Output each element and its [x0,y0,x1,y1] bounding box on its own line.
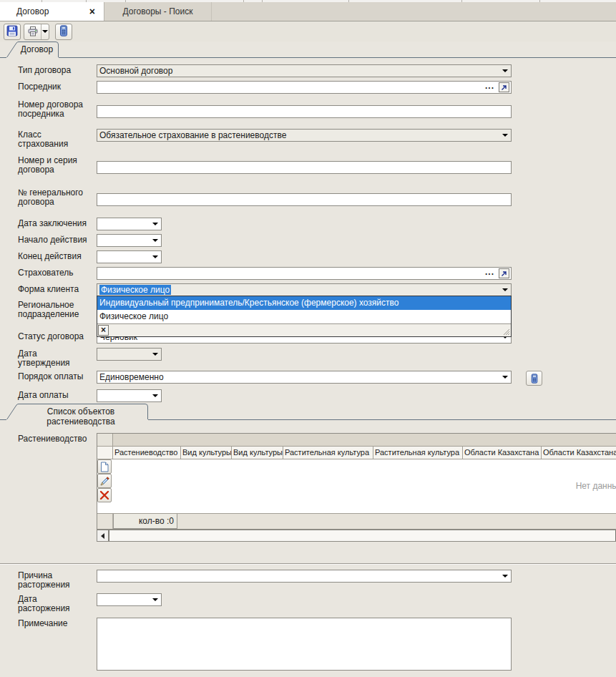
column-header[interactable]: Растениеводство [113,447,181,459]
window-tab-label: Договоры - Поиск [123,6,193,16]
page-tabstrip: Договор [0,42,616,58]
field-insured: Страхователь ... [0,267,616,280]
grid-body: Нет данных [97,459,616,513]
column-header[interactable]: Растительная культура [373,447,463,459]
termination-reason-select[interactable] [97,570,512,583]
delete-row-button[interactable] [97,488,112,502]
field-payment-date: Дата оплаты [0,389,616,402]
column-header[interactable]: Области Казахстана [542,447,616,459]
intermediary-input[interactable]: ... [97,81,512,94]
print-options-dropdown[interactable] [41,24,49,39]
arrow-up-right-icon [501,84,507,91]
add-row-button[interactable] [97,459,112,474]
lookup-ellipsis-button[interactable]: ... [485,81,499,94]
pen-icon [99,476,110,487]
field-contract-type: Тип договора Основной договор [0,64,616,77]
field-label: Дата заключения [0,218,97,228]
termination-date-picker[interactable] [97,593,162,606]
field-client-form: Форма клиента Физическое лицо Индивидуал… [0,283,616,296]
end-date-picker[interactable] [97,250,162,263]
arrow-left-icon [101,533,104,539]
grid-horizontal-scrollbar[interactable] [97,530,616,542]
dropdown-option[interactable]: Физическое лицо [97,310,511,323]
contract-type-select[interactable]: Основной договор [97,64,512,77]
resize-grip-icon[interactable] [502,327,510,336]
crop-grid: Растениеводство Вид культуры Вид культур… [97,433,616,542]
save-button[interactable] [4,24,21,40]
column-header[interactable]: Области Казахстана [463,447,542,459]
payment-calc-button[interactable] [526,371,542,386]
start-date-picker[interactable] [97,234,162,247]
field-insurance-class: Класс страхования Обязательное страхован… [0,129,616,149]
field-label: Дата оплаты [0,389,97,400]
grid-selector-cell [97,434,113,446]
print-icon [24,24,41,39]
select-value: Основной договор [97,66,502,76]
field-label: Номер договора посредника [0,99,97,119]
grid-selector-cell [97,514,113,529]
field-termination-date: Дата расторжения [0,593,616,613]
close-icon[interactable]: × [89,8,95,15]
field-conclusion-date: Дата заключения [0,218,616,230]
chevron-down-icon [152,223,158,225]
field-payment-order: Порядок оплаты Единовременно [0,371,616,386]
note-textarea[interactable] [97,618,512,671]
data-grid: Растениеводство Вид культуры Вид культур… [97,433,616,530]
contract-number-input[interactable] [97,161,512,174]
chevron-down-icon [502,575,508,578]
field-label: № генерального договора [0,187,97,207]
window-tab-bar: Договор × Договоры - Поиск [0,2,616,21]
field-intermediary: Посредник ... [0,81,616,94]
lookup-ellipsis-button[interactable]: ... [485,267,499,280]
clear-selection-button[interactable]: × [98,325,109,336]
field-start-date: Начало действия [0,234,616,247]
column-header[interactable]: Вид культуры [232,447,283,459]
scroll-left-button[interactable] [97,530,109,541]
new-document-icon [99,462,109,472]
field-termination-reason: Причина расторжения [0,570,616,590]
column-header[interactable]: Растительная культура [283,447,373,459]
column-header[interactable]: Вид культуры [181,447,232,459]
field-label: Статус договора [0,331,97,341]
tab-contract[interactable]: Договор [6,42,59,58]
chevron-down-icon [502,376,508,379]
field-approval-date: Дата утверждения [0,348,616,368]
window-tab-contract[interactable]: Договор × [0,2,104,21]
dropdown-option[interactable]: Индивидуальный предприниматель/Крестьянс… [97,296,511,310]
select-value: Обязательное страхование в растениеводст… [97,130,502,140]
insurance-class-select[interactable]: Обязательное страхование в растениеводст… [97,129,512,142]
insured-input[interactable]: ... [97,267,512,280]
field-label: Причина расторжения [0,570,97,590]
general-number-input[interactable] [97,193,512,206]
field-note: Примечание [0,618,616,671]
scrollbar-thumb[interactable] [109,530,616,541]
grid-group-header [97,434,616,447]
field-end-date: Конец действия [0,250,616,263]
print-button[interactable] [24,24,49,40]
dropdown-footer: × [97,323,511,336]
field-label: Посредник [0,81,97,92]
approval-date-picker[interactable] [97,348,162,361]
field-label: Порядок оплаты [0,371,97,381]
field-label: Начало действия [0,234,97,245]
grid-column-headers: Растениеводство Вид культуры Вид культур… [97,447,616,459]
section-divider [0,563,616,565]
open-record-button[interactable] [499,82,509,92]
window-tab-label: Договор [16,6,49,16]
select-value: Единовременно [97,372,502,382]
client-form-select[interactable]: Физическое лицо [97,283,512,296]
grid-selector-cell [97,447,113,459]
tab-crop-objects-list[interactable]: Список объектов растениеводства [6,404,149,420]
conclusion-date-picker[interactable] [97,218,162,230]
open-record-button[interactable] [499,268,509,278]
payment-order-select[interactable]: Единовременно [97,371,512,384]
delete-x-icon [99,490,109,500]
edit-row-button[interactable] [97,474,112,488]
intermediary-number-input[interactable] [97,105,512,118]
window-tab-contracts-search[interactable]: Договоры - Поиск [104,2,212,21]
calculator-button[interactable] [55,24,72,40]
client-form-dropdown-list: Индивидуальный предприниматель/Крестьянс… [97,296,512,337]
payment-date-picker[interactable] [97,389,162,402]
field-label: Региональное подразделение [0,299,97,319]
calculator-icon [59,25,69,39]
